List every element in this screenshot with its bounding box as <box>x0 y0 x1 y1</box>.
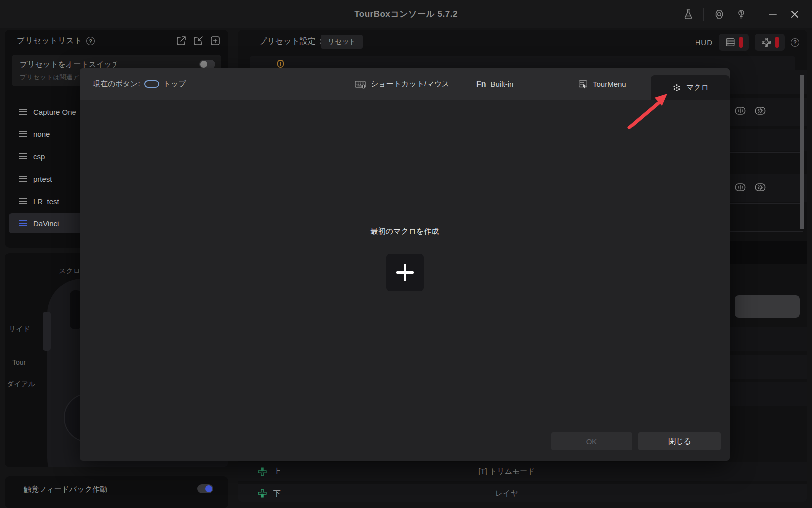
hud-status-indicator <box>775 37 779 48</box>
label-scroll: スクロ <box>59 267 80 276</box>
import-preset-icon[interactable] <box>192 35 204 47</box>
export-preset-icon[interactable] <box>175 35 187 47</box>
setting-row <box>730 327 807 351</box>
macro-dots-icon <box>672 83 682 93</box>
minimize-icon[interactable] <box>766 8 779 21</box>
drag-handle-icon[interactable] <box>19 220 27 226</box>
binding-value: [T] トリムモード <box>238 467 776 476</box>
close-icon[interactable] <box>788 8 801 21</box>
scrollbar[interactable] <box>800 75 804 229</box>
tab-tourmenu[interactable]: TourMenu <box>578 68 626 100</box>
setting-row <box>730 355 807 379</box>
setting-button[interactable] <box>735 295 800 318</box>
auto-switch-sublabel: プリセットは関連アプ <box>20 73 86 82</box>
divider <box>730 152 803 153</box>
divider <box>730 352 803 352</box>
lab-flask-icon[interactable] <box>682 8 695 21</box>
scroll-wheel-icon <box>277 60 284 68</box>
label-tour-line <box>34 363 84 363</box>
current-button-name: トップ <box>163 79 186 89</box>
hud-list-button[interactable] <box>719 34 749 51</box>
label-side: サイド <box>9 325 30 334</box>
preset-list-help-icon[interactable]: ? <box>86 37 95 45</box>
haptic-panel: 触覚フィードバック作動 <box>5 476 228 508</box>
preset-settings-header: プリセット設定 ? <box>259 36 328 47</box>
setting-icons <box>734 181 766 193</box>
preset-name: Capture One <box>33 108 76 116</box>
preset-settings-title: プリセット設定 <box>259 36 316 47</box>
drag-handle-icon[interactable] <box>19 176 27 182</box>
drag-handle-icon[interactable] <box>19 131 27 137</box>
dial-icon[interactable] <box>754 181 766 193</box>
drag-handle-icon[interactable] <box>19 109 27 115</box>
macro-empty-state-text: 最初のマクロを作成 <box>80 227 730 236</box>
reset-button[interactable]: リセット <box>321 35 363 49</box>
divider <box>730 231 803 232</box>
hud-status-indicator <box>739 37 743 48</box>
haptic-toggle[interactable] <box>197 484 213 493</box>
titlebar-icons <box>682 0 801 28</box>
hud-controls: HUD ? <box>696 34 800 51</box>
add-preset-icon[interactable] <box>209 35 221 47</box>
tab-macro-selected[interactable]: マクロ <box>651 75 730 100</box>
tips-bulb-icon[interactable] <box>735 8 748 21</box>
footer-divider <box>80 420 730 420</box>
preset-name: DaVinci <box>33 219 59 228</box>
tab-label: TourMenu <box>593 80 626 88</box>
drag-handle-icon[interactable] <box>19 198 27 204</box>
setting-row <box>730 70 807 94</box>
preset-list-tools <box>175 35 221 47</box>
button-config-modal: 現在のボタン: トップ ショートカット/マウス Fn Built-in Tour… <box>80 68 730 461</box>
tab-builtin[interactable]: Fn Built-in <box>476 68 513 100</box>
tab-shortcut-mouse[interactable]: ショートカット/マウス <box>354 68 449 100</box>
hud-list-icon <box>725 37 736 48</box>
close-button[interactable]: 閉じる <box>638 432 721 450</box>
fn-icon: Fn <box>476 80 486 89</box>
app-window: TourBoxコンソール 5.7.2 プリセットリスト ? <box>0 0 812 508</box>
divider <box>730 126 803 126</box>
hud-label: HUD <box>696 38 713 47</box>
titlebar-separator <box>703 8 704 21</box>
tab-label: マクロ <box>686 83 709 92</box>
dial-icon[interactable] <box>754 105 766 117</box>
preset-name: prtest <box>33 175 52 183</box>
label-dial-line <box>36 384 82 384</box>
setting-row <box>730 382 807 406</box>
divider <box>730 203 803 204</box>
drag-handle-icon[interactable] <box>19 153 27 159</box>
titlebar-separator <box>757 8 757 21</box>
divider <box>730 380 803 380</box>
settings-gear-icon[interactable] <box>713 8 726 21</box>
device-side-button <box>43 312 51 351</box>
preset-name: csp <box>33 152 45 161</box>
tab-label: Built-in <box>491 80 514 88</box>
titlebar: TourBoxコンソール 5.7.2 <box>0 0 812 28</box>
knob-icon[interactable] <box>734 105 746 117</box>
current-button-label: 現在のボタン: <box>93 79 140 89</box>
preset-name: none <box>33 130 50 138</box>
current-button-info: 現在のボタン: トップ <box>93 68 186 100</box>
hud-dpad-button[interactable] <box>755 34 785 51</box>
label-tour: Tour <box>12 358 26 366</box>
label-side-line <box>31 329 46 329</box>
hud-dpad-icon <box>761 37 772 48</box>
preset-list-title: プリセットリスト <box>17 36 82 46</box>
label-dial: ダイアル <box>7 380 35 389</box>
tourmenu-icon <box>578 79 588 90</box>
preset-name: LR test <box>33 197 59 206</box>
tab-label: ショートカット/マウス <box>371 79 449 89</box>
add-macro-button[interactable] <box>386 254 424 291</box>
haptic-label: 触覚フィードバック作動 <box>24 485 107 494</box>
preset-list-header: プリセットリスト ? <box>17 36 95 46</box>
knob-icon[interactable] <box>734 181 746 193</box>
setting-icons <box>734 105 766 117</box>
binding-row-down[interactable]: 下 レイヤ <box>238 484 807 502</box>
ok-button[interactable]: OK <box>551 432 632 450</box>
binding-row-up[interactable]: 上 [T] トリムモード <box>238 462 807 481</box>
auto-switch-toggle[interactable] <box>199 60 215 69</box>
modal-header: 現在のボタン: トップ ショートカット/マウス Fn Built-in Tour… <box>80 68 730 100</box>
binding-value: レイヤ <box>238 489 776 498</box>
top-button-icon <box>144 80 159 88</box>
keyboard-icon <box>354 78 366 90</box>
hud-help-icon[interactable]: ? <box>791 38 799 47</box>
